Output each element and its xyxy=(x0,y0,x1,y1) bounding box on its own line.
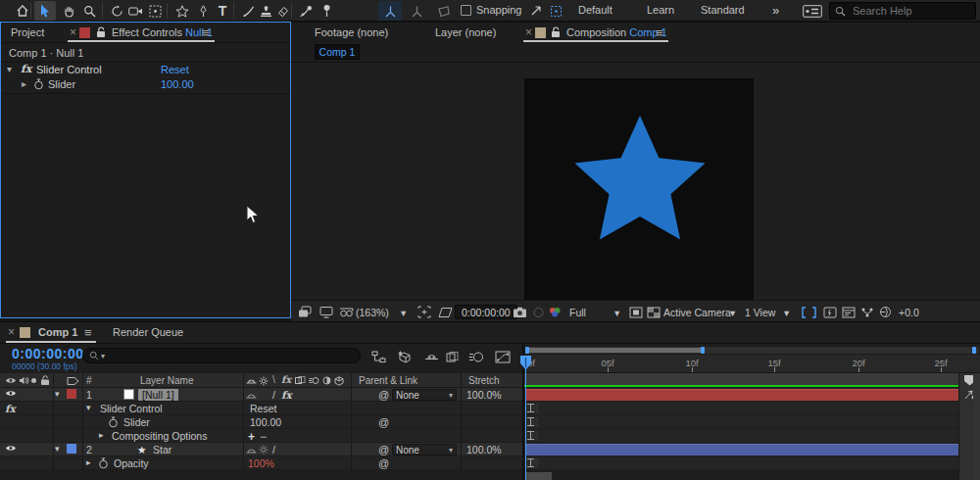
local-axis-mode-icon[interactable] xyxy=(378,1,402,21)
add-reference-icon[interactable]: + xyxy=(248,430,255,444)
snapping-checkbox[interactable] xyxy=(461,5,471,16)
shy-toggle-icon[interactable] xyxy=(246,446,257,455)
region-of-interest-icon[interactable] xyxy=(629,305,643,319)
panel-menu-icon[interactable]: ≡ xyxy=(202,25,210,40)
remove-reference-icon[interactable]: − xyxy=(260,430,267,444)
close-icon[interactable]: × xyxy=(525,25,532,39)
exposure-value[interactable]: +0.0 xyxy=(899,305,919,319)
current-timecode[interactable]: 0:00:00:00 xyxy=(12,346,84,361)
main-viewer-icon[interactable] xyxy=(319,305,333,319)
show-channel-icon[interactable] xyxy=(548,305,563,319)
motion-blur-icon[interactable] xyxy=(466,349,486,364)
resolution-popup[interactable]: Full xyxy=(569,305,586,319)
hand-tool-icon[interactable] xyxy=(58,1,79,21)
layer-name[interactable]: Star xyxy=(153,444,172,456)
graph-editor-icon[interactable] xyxy=(493,349,513,364)
viewer-comp-tab[interactable]: Comp 1 xyxy=(315,44,360,60)
3d-glasses-icon[interactable] xyxy=(339,305,354,319)
property-pickwhip-icon[interactable]: @ xyxy=(378,416,389,428)
panel-menu-icon[interactable]: ≡ xyxy=(656,25,663,40)
pixel-aspect-toggle-icon[interactable] xyxy=(802,305,816,319)
tab-render-queue[interactable]: Render Queue xyxy=(113,326,183,338)
workspace-learn[interactable]: Learn xyxy=(647,4,674,16)
viewer-timecode[interactable]: 0:00:00:00 xyxy=(455,305,517,319)
property-pickwhip-icon[interactable]: @ xyxy=(378,457,389,469)
property-value-expression[interactable]: 100% xyxy=(248,457,274,469)
effect-row[interactable]: ▾ fx Slider Control Reset xyxy=(1,63,290,76)
grid-guides-icon[interactable] xyxy=(417,305,431,319)
roto-brush-tool-icon[interactable] xyxy=(295,1,317,21)
fx-badge-icon[interactable]: fx xyxy=(21,63,31,75)
lock-icon[interactable] xyxy=(96,26,106,38)
draft-3d-icon[interactable] xyxy=(394,349,414,364)
hide-shy-layers-icon[interactable] xyxy=(421,349,441,364)
timeline-button-icon[interactable] xyxy=(842,305,856,319)
collapse-toggle-icon[interactable] xyxy=(259,445,269,455)
effect-row-slider-control[interactable]: fx ▾ Slider Control Reset xyxy=(0,402,524,415)
view-layout-popup[interactable]: 1 View xyxy=(745,305,775,319)
layer-row-null1[interactable]: ▾ 1 [Null 1] / fx @ None▾ 100.0% xyxy=(0,388,524,402)
mask-visibility-icon[interactable] xyxy=(438,305,453,319)
puppet-pin-tool-icon[interactable] xyxy=(316,1,337,21)
time-navigator-bar[interactable] xyxy=(527,348,703,353)
comp-mini-flowchart-icon[interactable] xyxy=(368,349,388,364)
parent-pickwhip-icon[interactable]: @ xyxy=(378,444,389,456)
navigator-start-handle[interactable] xyxy=(525,347,529,354)
world-axis-mode-icon[interactable] xyxy=(405,1,428,21)
chevron-right-icon[interactable]: ▸ xyxy=(99,430,104,440)
fx-toggle-icon[interactable]: fx xyxy=(281,389,292,401)
stretch-value[interactable]: 100.0% xyxy=(466,389,502,401)
shy-toggle-icon[interactable] xyxy=(246,391,257,400)
tab-timeline-comp[interactable]: Comp 1 xyxy=(38,326,77,338)
tab-footage[interactable]: Footage (none) xyxy=(315,26,388,38)
stopwatch-icon[interactable] xyxy=(108,416,119,428)
layer-bar-star[interactable] xyxy=(526,444,958,456)
property-row-slider[interactable]: Slider 100.00 @ xyxy=(0,415,524,429)
stopwatch-icon[interactable] xyxy=(33,78,44,90)
property-value[interactable]: 100.00 xyxy=(250,416,281,428)
header-stretch[interactable]: Stretch xyxy=(468,375,500,386)
quality-toggle-icon[interactable]: / xyxy=(272,389,275,401)
eye-icon[interactable] xyxy=(5,389,17,398)
snapshot-icon[interactable] xyxy=(513,305,527,319)
3d-view-popup[interactable]: Active Camera xyxy=(663,305,731,319)
view-axis-mode-icon[interactable] xyxy=(431,1,455,21)
type-tool-icon[interactable]: T xyxy=(212,1,233,21)
row-compositing-options[interactable]: ▸ Compositing Options + − xyxy=(0,429,524,443)
tab-layer[interactable]: Layer (none) xyxy=(435,26,496,38)
layer-label-swatch[interactable] xyxy=(67,389,76,399)
show-snapshot-icon[interactable] xyxy=(532,305,545,319)
comp-flowchart-icon[interactable] xyxy=(860,305,874,319)
lock-icon[interactable] xyxy=(551,26,561,38)
effect-property-row[interactable]: ▸ Slider 100.00 xyxy=(1,77,290,91)
chevron-down-icon[interactable]: ▾ xyxy=(730,305,735,319)
tab-project[interactable]: Project xyxy=(11,26,44,38)
fx-badge-icon[interactable]: fx xyxy=(5,403,16,414)
current-time-indicator-line[interactable] xyxy=(525,356,526,480)
panel-menu-icon[interactable]: ≡ xyxy=(84,325,92,340)
layer-bar-null1[interactable] xyxy=(526,389,958,401)
chevron-down-icon[interactable]: ▾ xyxy=(55,444,60,454)
stretch-value[interactable]: 100.0% xyxy=(466,444,502,456)
workspace-default[interactable]: Default xyxy=(578,4,612,16)
chevron-down-icon[interactable]: ▾ xyxy=(784,305,789,319)
navigator-end-handle[interactable] xyxy=(701,347,705,354)
timeline-search-field[interactable]: ▾ xyxy=(82,348,361,363)
frame-blending-icon[interactable] xyxy=(443,349,463,364)
tab-effect-controls[interactable]: Effect Controls Null 1 xyxy=(112,26,213,38)
transparency-grid-icon[interactable] xyxy=(647,305,661,319)
zoom-tool-icon[interactable] xyxy=(78,1,100,21)
workspace-bar-icon[interactable] xyxy=(800,1,825,21)
close-icon[interactable]: × xyxy=(70,25,76,39)
composition-viewport[interactable] xyxy=(291,62,980,300)
layer-label-swatch[interactable] xyxy=(67,444,76,454)
shape-tool-icon[interactable] xyxy=(172,1,193,21)
time-ruler[interactable]: 0f 05f 10f 15f 20f 25f xyxy=(524,355,980,373)
parent-dropdown[interactable]: None▾ xyxy=(392,389,457,401)
property-row-opacity[interactable]: ▸ Opacity 100% @ xyxy=(0,456,524,470)
tab-composition[interactable]: Composition Comp 1 xyxy=(566,26,667,38)
snap-features-icon[interactable] xyxy=(545,1,566,21)
layer-name-field[interactable]: [Null 1] xyxy=(138,389,178,401)
fast-previews-icon[interactable] xyxy=(823,305,837,319)
horizontal-scrollbar[interactable] xyxy=(526,472,552,480)
